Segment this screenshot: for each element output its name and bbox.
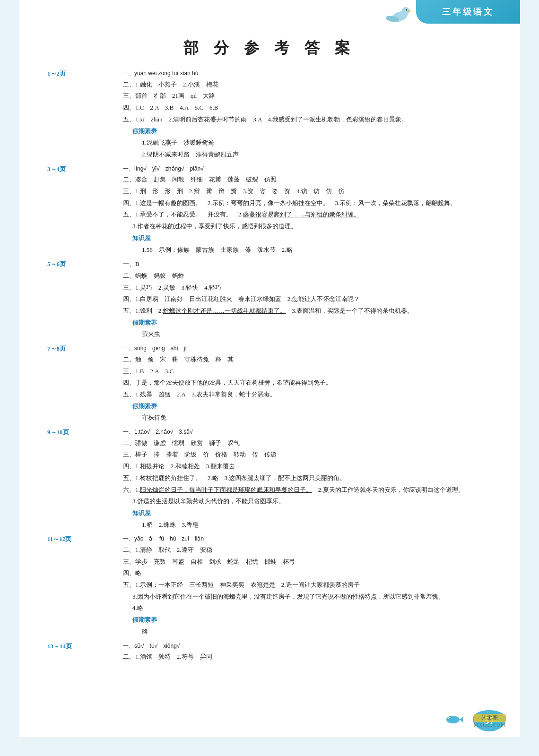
holiday-1-1: 1.泥融飞燕子 沙暖睡鸳鸯 bbox=[142, 137, 408, 149]
line-9-10-3: 三、棒子 捧 捧着 阶级 价 价格 转动 传 传递 bbox=[123, 449, 464, 461]
page-ref-3-4: 3～4页 bbox=[47, 163, 85, 174]
line-5-6-3: 三、1.灵巧 2.灵敏 3.轻快 4.轻巧 bbox=[123, 282, 413, 294]
svg-point-4 bbox=[406, 9, 408, 11]
line-7-8-2: 二、触 颈 宋 耕 守株待兔 释 其 bbox=[123, 354, 332, 366]
holiday-label-2: 假期素养 bbox=[132, 317, 413, 329]
holiday-label-4: 假期素养 bbox=[132, 614, 444, 626]
line-1-2-1: 一、yuān wèi zōng tuì xiān hú bbox=[123, 68, 408, 79]
holiday-label-1: 假期素养 bbox=[132, 126, 408, 137]
line-3-4-5: 五、1.承受不了，不能忍受。 并没有。 2.藤蔓很容易爬到了……与别组的嫩条纠缠… bbox=[123, 209, 456, 221]
section-7-8: 7～8页 一、sòng gēng shì jī 二、触 颈 宋 耕 守株待兔 释… bbox=[47, 343, 492, 424]
line-7-8-5: 五、1.残暴 凶猛 2.A 3.农夫非常善良，蛇十分恶毒。 bbox=[123, 389, 332, 401]
line-9-10-6: 六、1.阳光灿烂的日子，每当叶子下面都是璀璨的眠床和早餐的日子。 2.夏天的工作… bbox=[123, 484, 464, 496]
line-5-6-2: 二、蚂蟥 蚂蚁 蚂蚱 bbox=[123, 270, 413, 282]
line-3-4-6: 3.作者在种花的过程中，享受到了快乐，感悟到很多的道理。 bbox=[132, 221, 456, 232]
section-1-2: 1～2页 一、yuān wèi zōng tuì xiān hú 二、1.融化 … bbox=[47, 68, 492, 161]
section-13-14: 13～14页 一、sǔ√ tú√ xiōng√ 二、1.酒馆 独特 2.符号 异… bbox=[47, 641, 492, 663]
line-1-2-4: 四、1.C 2.A 3.B 4.A 5.C 6.B bbox=[123, 102, 408, 114]
page-ref-5-6: 5～6页 bbox=[47, 258, 85, 269]
section-5-6: 5～6页 一、B 二、蚂蟥 蚂蚁 蚂蚱 三、1.灵巧 2.灵敏 3.轻快 4.轻… bbox=[47, 258, 492, 340]
line-9-10-5: 五、1.树枝把鹿的角挂住了。 2.略 3.这四条腿太细了，配不上这两只美丽的角。 bbox=[123, 472, 464, 484]
line-11-12-6: 3.因为小虾看到它住在一个破旧的海螺壳里，没有建造房子，发现了它光说不做的性格特… bbox=[132, 591, 444, 603]
knowledge-label-1: 知识屋 bbox=[132, 232, 456, 244]
line-3-4-2: 二、凑合 赶集 闲散 纤细 花瓣 莲蓬 破裂 仿照 bbox=[123, 174, 456, 186]
holiday-1-2: 2.绿阴不减来时路 添得黄鹂四五声 bbox=[142, 149, 408, 161]
svg-point-5 bbox=[446, 716, 460, 723]
underline-9-10: 阳光灿烂的日子，每当叶子下面都是璀璨的眠床和早餐的日子。 bbox=[140, 486, 312, 493]
content-1-2: 一、yuān wèi zōng tuì xiān hú 二、1.融化 小燕子 2… bbox=[123, 68, 408, 161]
content-9-10: 一、1.táo√ 2.nǎo√ 3.sǎ√ 二、骄傲 谦虚 懦弱 欣赏 狮子 叹… bbox=[123, 427, 464, 531]
line-11-12-2: 二、1.清静 取代 2.遵守 安稳 bbox=[123, 544, 444, 556]
line-9-10-1: 一、1.táo√ 2.nǎo√ 3.sǎ√ bbox=[123, 427, 464, 438]
content-13-14: 一、sǔ√ tú√ xiōng√ 二、1.酒馆 独特 2.符号 异同 bbox=[123, 641, 212, 663]
knowledge-label-2: 知识屋 bbox=[132, 507, 464, 519]
content-3-4: 一、líng√ yī√ zhǎng√ piān√ 二、凑合 赶集 闲散 纤细 花… bbox=[123, 163, 456, 256]
line-13-14-1: 一、sǔ√ tú√ xiōng√ bbox=[123, 641, 212, 652]
bird-decoration bbox=[383, 2, 411, 26]
watermark: 答案圈 MXQE.COM bbox=[474, 714, 506, 728]
content-7-8: 一、sòng gēng shì jī 二、触 颈 宋 耕 守株待兔 释 其 三、… bbox=[123, 343, 332, 424]
line-9-10-7: 3.舒适的生活是以辛勤劳动为代价的，不能只贪图享乐。 bbox=[132, 496, 464, 507]
line-1-2-2: 二、1.融化 小燕子 2.小溪 梅花 bbox=[123, 79, 408, 91]
line-11-12-3: 三、学步 充数 耳盗 自相 剑求 蛇足 杞忧 邯蛙 杯弓 bbox=[123, 556, 444, 568]
line-1-2-3: 三、部首 彳部 21画 qú 大路 bbox=[123, 90, 408, 102]
section-3-4: 3～4页 一、líng√ yī√ zhǎng√ piān√ 二、凑合 赶集 闲散… bbox=[47, 163, 492, 256]
line-3-4-4: 四、1.这是一幅有趣的图画。 2.示例：弯弯的月亮，像一条小船挂在空中。 3.示… bbox=[123, 198, 456, 209]
page-ref-11-12: 11～12页 bbox=[47, 533, 85, 544]
grade-label: 三年级语文 bbox=[442, 6, 494, 17]
watermark-bottom: MXQE.COM bbox=[474, 722, 506, 728]
page-ref-7-8: 7～8页 bbox=[47, 343, 85, 354]
knowledge-2-1: 1.桥 2.蛛蛛 3.香皂 bbox=[142, 519, 464, 531]
line-7-8-1: 一、sòng gēng shì jī bbox=[123, 343, 332, 354]
line-9-10-2: 二、骄傲 谦虚 懦弱 欣赏 狮子 叹气 bbox=[123, 438, 464, 449]
section-9-10: 9～10页 一、1.táo√ 2.nǎo√ 3.sǎ√ 二、骄傲 谦虚 懦弱 欣… bbox=[47, 427, 492, 531]
line-11-12-7: 4.略 bbox=[132, 602, 444, 614]
holiday-4-1: 略 bbox=[142, 626, 444, 638]
holiday-label-3: 假期素养 bbox=[132, 401, 332, 412]
main-page: 三年级语文 部 分 参 考 答 案 1～2页 一、yuān wèi zōng t… bbox=[19, 0, 520, 737]
line-5-6-1: 一、B bbox=[123, 258, 413, 270]
underline-5-6: 螳螂这个刚才还是……一切战斗就都结束了。 bbox=[163, 307, 286, 314]
content-11-12: 一、yāo ǎi fú hú zuǐ liǎn 二、1.清静 取代 2.遵守 安… bbox=[123, 533, 444, 637]
knowledge-1-1: 1.56 示例：傣族 蒙古族 土家族 傣 泼水节 2.略 bbox=[142, 244, 456, 256]
line-3-4-3: 三、1.刑 形 形 刑 2.辩 瓣 辫 瓣 3.资 姿 姿 资 4.访 访 仿 … bbox=[123, 186, 456, 198]
line-5-6-5: 五、1.锋利 2.螳螂这个刚才还是……一切战斗就都结束了。 3.表面温和，实际是… bbox=[123, 305, 413, 317]
line-11-12-1: 一、yāo ǎi fú hú zuǐ liǎn bbox=[123, 533, 444, 544]
holiday-3-1: 守株待兔 bbox=[142, 412, 332, 424]
underline-3-4: 藤蔓很容易爬到了……与别组的嫩条纠缠。 bbox=[243, 211, 360, 218]
page-ref-13-14: 13～14页 bbox=[47, 641, 85, 652]
holiday-2-1: 萤火虫 bbox=[142, 328, 413, 340]
line-1-2-5: 五、1.xī zhān 2.清明前后杏花盛开时节的雨 3.A 4.我感受到了一派… bbox=[123, 114, 408, 126]
fish-decoration bbox=[444, 713, 463, 729]
content-5-6: 一、B 二、蚂蟥 蚂蚁 蚂蚱 三、1.灵巧 2.灵敏 3.轻快 4.轻巧 四、1… bbox=[123, 258, 413, 340]
line-9-10-4: 四、1.相提并论 2.和睦相处 3.翻来覆去 bbox=[123, 461, 464, 472]
line-11-12-4: 四、略 bbox=[123, 567, 444, 579]
line-13-14-2: 二、1.酒馆 独特 2.符号 异同 bbox=[123, 651, 212, 663]
section-11-12: 11～12页 一、yāo ǎi fú hú zuǐ liǎn 二、1.清静 取代… bbox=[47, 533, 492, 637]
page-ref-1-2: 1～2页 bbox=[47, 68, 85, 79]
svg-marker-6 bbox=[460, 716, 463, 723]
line-5-6-4: 四、1.白居易 江南好 日出江花红胜火 春来江水绿如蓝 2.怎能让人不怀念江南呢… bbox=[123, 293, 413, 305]
svg-point-8 bbox=[449, 718, 450, 719]
line-11-12-5: 五、1.示例：一本正经 三长两短 神采奕奕 衣冠楚楚 2.造一间让大家都羡慕的房… bbox=[123, 579, 444, 591]
page-ref-9-10: 9～10页 bbox=[47, 427, 85, 438]
grade-label-bar: 三年级语文 bbox=[416, 0, 520, 24]
page-title: 部 分 参 考 答 案 bbox=[47, 38, 492, 59]
watermark-top: 答案圈 bbox=[474, 714, 506, 722]
line-7-8-4: 四、于是，那个农夫便放下他的农具，天天守在树桩旁，希望能再得到兔子。 bbox=[123, 377, 332, 389]
line-7-8-3: 三、1.B 2.A 3.C bbox=[123, 366, 332, 378]
line-3-4-1: 一、líng√ yī√ zhǎng√ piān√ bbox=[123, 163, 456, 174]
